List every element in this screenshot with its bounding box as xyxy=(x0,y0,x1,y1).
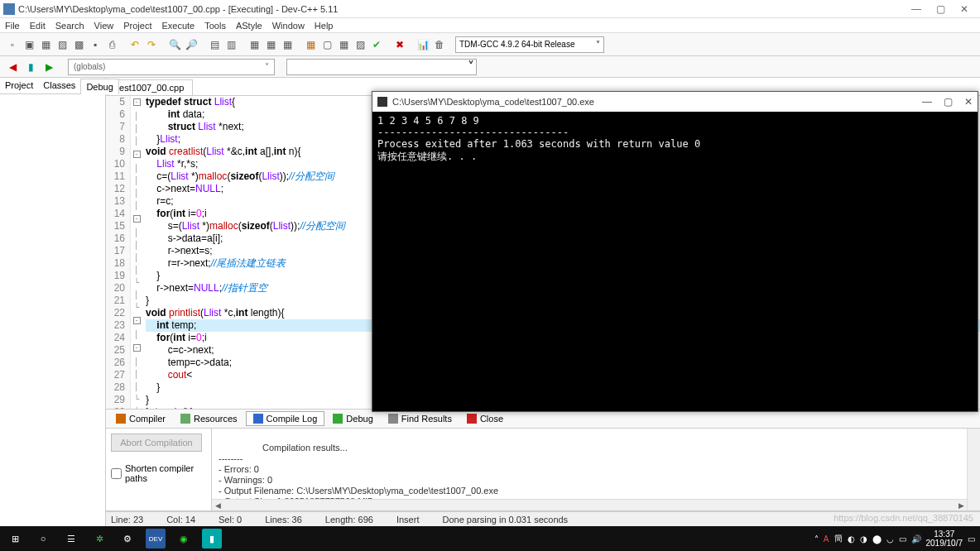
tray1-icon[interactable]: ◐ xyxy=(848,534,855,544)
menu-window[interactable]: Window xyxy=(272,21,305,31)
menu-project[interactable]: Project xyxy=(123,21,151,31)
fold-gutter[interactable]: -│││-││││-││││└│└-│-│││└└-│││││└ xyxy=(131,96,142,409)
devcpp-icon[interactable]: DEV xyxy=(146,529,166,549)
status-line: Line: 23 xyxy=(111,515,143,525)
status-col: Col: 14 xyxy=(166,515,195,525)
tray2-icon[interactable]: ◑ xyxy=(860,534,867,544)
shorten-paths-checkbox[interactable]: Shorten compiler paths xyxy=(111,463,206,483)
system-tray[interactable]: ˄ A 簡 ◐ ◑ ⬤ ◡ ▭ 🔊 13:37 2019/10/7 ▭ xyxy=(814,529,975,548)
deleteprof-icon[interactable]: 🗑 xyxy=(432,37,447,52)
run-icon[interactable]: ▦ xyxy=(263,37,278,52)
tab-compilelog[interactable]: Compile Log xyxy=(246,411,325,426)
tab-classes[interactable]: Classes xyxy=(38,78,80,93)
tab-project[interactable]: Project xyxy=(0,78,38,93)
b-icon[interactable]: ▦ xyxy=(336,37,351,52)
menu-edit[interactable]: Edit xyxy=(30,21,46,31)
tab-debug[interactable]: Debug xyxy=(326,412,379,425)
bookmark-icon[interactable]: ▮ xyxy=(23,60,38,74)
close-file-icon[interactable]: ▪ xyxy=(88,37,103,52)
tab-close[interactable]: Close xyxy=(460,412,510,425)
taskview-icon[interactable]: ☰ xyxy=(61,529,81,549)
globals-selector[interactable]: (globals) ˅ xyxy=(68,59,275,75)
menu-help[interactable]: Help xyxy=(315,21,334,31)
c-icon[interactable]: ▨ xyxy=(353,37,368,52)
status-mode: Insert xyxy=(396,515,420,525)
app1-icon[interactable]: ✲ xyxy=(89,529,109,549)
saveas-icon[interactable]: ▩ xyxy=(71,37,86,52)
output-controls: Abort Compilation Shorten compiler paths xyxy=(106,429,212,510)
network-icon[interactable]: ⬤ xyxy=(872,534,882,544)
console-maximize-icon[interactable]: ▢ xyxy=(944,96,953,108)
ime-icon[interactable]: 簡 xyxy=(834,533,843,544)
battery-icon[interactable]: ▭ xyxy=(899,534,906,544)
open-icon[interactable]: ▣ xyxy=(22,37,36,52)
save-icon[interactable]: ▦ xyxy=(38,37,53,52)
compile-log-output[interactable]: Compilation results... -------- - Errors… xyxy=(212,429,980,510)
tab-resources[interactable]: Resources xyxy=(174,412,244,425)
forward-icon[interactable]: ▶ xyxy=(41,60,56,74)
rebuild-icon[interactable]: ▦ xyxy=(303,37,318,52)
volume-icon[interactable]: 🔊 xyxy=(911,534,921,544)
main-toolbar: ▫ ▣ ▦ ▨ ▩ ▪ ⎙ ↶ ↷ 🔍 🔎 ▤ ▥ ▦ ▦ ▦ ▦ ▢ ▦ ▨ … xyxy=(0,33,980,56)
editor-tab-active[interactable]: test1007_00.cpp xyxy=(108,79,193,95)
menu-bar: File Edit Search View Project Execute To… xyxy=(0,18,980,33)
menu-search[interactable]: Search xyxy=(55,21,84,31)
output-panel: Abort Compilation Shorten compiler paths… xyxy=(106,429,980,511)
clock[interactable]: 13:37 2019/10/7 xyxy=(926,529,963,548)
shorten-checkbox[interactable] xyxy=(111,468,122,479)
check-icon[interactable]: ✔ xyxy=(369,37,384,52)
console-body[interactable]: 1 2 3 4 5 6 7 8 9 ----------------------… xyxy=(372,112,978,411)
resources-icon xyxy=(180,414,190,424)
minimize-icon[interactable]: — xyxy=(911,3,921,15)
hscrollbar[interactable]: ◀▶ xyxy=(212,499,967,510)
notifications-icon[interactable]: ▭ xyxy=(968,534,975,544)
console-title: C:\Users\MY\Desktop\yma_code\test1007_00… xyxy=(392,97,594,107)
check-icon xyxy=(333,414,343,424)
menu-execute[interactable]: Execute xyxy=(161,21,195,31)
console-window[interactable]: C:\Users\MY\Desktop\yma_code\test1007_00… xyxy=(372,91,978,412)
menu-tools[interactable]: Tools xyxy=(204,21,226,31)
wifi-icon[interactable]: ◡ xyxy=(886,534,894,544)
compile-icon[interactable]: ▦ xyxy=(247,37,262,52)
tab-findresults[interactable]: Find Results xyxy=(382,412,459,425)
console-minimize-icon[interactable]: — xyxy=(922,96,932,108)
abort-button[interactable]: Abort Compilation xyxy=(111,434,202,452)
settings-icon[interactable]: ⚙ xyxy=(118,529,137,549)
compilerun-icon[interactable]: ▦ xyxy=(280,37,295,52)
redo-icon[interactable]: ↷ xyxy=(144,37,159,52)
tray-a-icon[interactable]: A xyxy=(824,534,829,544)
member-selector[interactable]: ˅ xyxy=(286,59,477,75)
find-icon[interactable]: 🔍 xyxy=(167,37,182,52)
log-icon xyxy=(253,414,263,424)
status-bar: Line: 23 Col: 14 Sel: 0 Lines: 36 Length… xyxy=(106,511,980,527)
goto-icon[interactable]: ▤ xyxy=(207,37,222,52)
print-icon[interactable]: ⎙ xyxy=(104,37,119,52)
toggle-icon[interactable]: ▥ xyxy=(223,37,238,52)
wechat-icon[interactable]: ◉ xyxy=(174,529,194,549)
back-icon[interactable]: ◀ xyxy=(5,60,20,74)
a-icon[interactable]: ▢ xyxy=(319,37,334,52)
vscrollbar[interactable] xyxy=(967,429,980,510)
maximize-icon[interactable]: ▢ xyxy=(936,3,945,15)
menu-file[interactable]: File xyxy=(5,21,20,31)
console-close-icon[interactable]: ✕ xyxy=(964,96,973,108)
console-titlebar[interactable]: C:\Users\MY\Desktop\yma_code\test1007_00… xyxy=(372,92,978,112)
chevron-up-icon[interactable]: ˄ xyxy=(814,534,819,544)
menu-view[interactable]: View xyxy=(94,21,114,31)
tab-debug[interactable]: Debug xyxy=(80,79,118,94)
terminal-icon[interactable]: ▮ xyxy=(202,529,222,549)
stop-icon[interactable]: ✖ xyxy=(392,37,407,52)
console-icon xyxy=(377,97,387,107)
cortana-icon[interactable]: ○ xyxy=(33,529,53,549)
side-content xyxy=(0,94,105,527)
compiler-selector[interactable]: TDM-GCC 4.9.2 64-bit Release ˅ xyxy=(455,36,604,53)
close-icon[interactable]: ✕ xyxy=(960,3,968,15)
replace-icon[interactable]: 🔎 xyxy=(184,37,199,52)
menu-astyle[interactable]: AStyle xyxy=(236,21,262,31)
profile-icon[interactable]: 📊 xyxy=(416,37,430,52)
save-all-icon[interactable]: ▨ xyxy=(55,37,70,52)
new-file-icon[interactable]: ▫ xyxy=(5,37,20,52)
start-button[interactable]: ⊞ xyxy=(5,529,25,549)
undo-icon[interactable]: ↶ xyxy=(127,37,142,52)
tab-compiler[interactable]: Compiler xyxy=(109,412,172,425)
